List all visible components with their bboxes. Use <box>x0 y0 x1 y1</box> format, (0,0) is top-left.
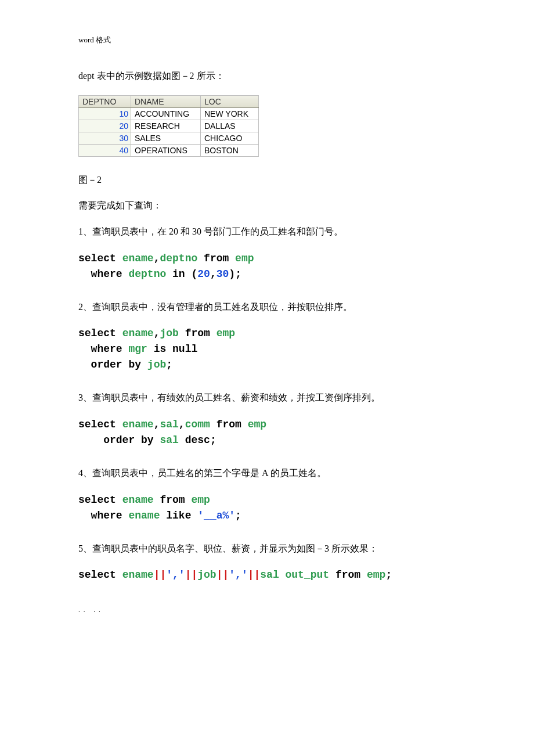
kw-select: select <box>78 419 116 430</box>
lit-20: 20 <box>197 268 210 280</box>
col-job: job <box>160 327 178 339</box>
lit-sep: ',' <box>229 569 247 581</box>
col-deptno: deptno <box>160 253 197 264</box>
cell-loc: CHICAGO <box>201 132 259 144</box>
footer-dots: .. .. <box>78 606 456 613</box>
col-ename: ename <box>122 327 154 339</box>
lparen: ( <box>191 268 197 280</box>
tbl-emp: emp <box>367 569 385 581</box>
op-concat: || <box>154 569 167 581</box>
alias-outptut: out_put <box>286 569 330 581</box>
op-concat: || <box>217 569 229 581</box>
col-header-loc: LOC <box>201 95 259 107</box>
col-sal: sal <box>260 569 279 581</box>
kw-orderby: order by <box>91 359 141 370</box>
col-ename: ename <box>122 569 154 581</box>
dept-table-wrap: DEPTNO DNAME LOC 10 ACCOUNTING NEW YORK … <box>78 95 456 157</box>
op-concat: || <box>185 569 198 581</box>
intro-text: dept 表中的示例数据如图－2 所示： <box>78 69 456 84</box>
kw-where: where <box>91 268 122 280</box>
code-block-2: select ename,job from emp where mgr is n… <box>78 326 456 373</box>
cell-dname: RESEARCH <box>131 120 201 132</box>
code-block-1: select ename,deptno from emp where deptn… <box>78 251 456 282</box>
question-1: 1、查询职员表中，在 20 和 30 号部门工作的员工姓名和部门号。 <box>78 224 456 239</box>
tbl-emp: emp <box>217 327 235 339</box>
semi: ; <box>235 268 241 280</box>
col-header-deptno: DEPTNO <box>79 95 131 107</box>
cell-deptno: 20 <box>79 120 131 132</box>
cell-dname: SALES <box>131 132 201 144</box>
col-mgr: mgr <box>128 343 147 355</box>
lit-pattern: '__a%' <box>197 510 235 521</box>
question-5: 5、查询职员表中的职员名字、职位、薪资，并显示为如图－3 所示效果： <box>78 541 456 556</box>
tbl-emp: emp <box>191 494 210 506</box>
tbl-emp: emp <box>235 253 254 264</box>
kw-from: from <box>217 419 241 430</box>
comma: , <box>179 419 185 430</box>
cell-deptno: 10 <box>79 107 131 120</box>
cell-loc: NEW YORK <box>201 107 259 120</box>
kw-select: select <box>78 327 116 339</box>
code-block-5: select ename||','||job||','||sal out_put… <box>78 567 456 583</box>
col-sal: sal <box>160 434 178 446</box>
kw-from: from <box>185 327 210 339</box>
col-ename: ename <box>122 494 154 506</box>
kw-select: select <box>78 569 116 581</box>
table-row: 30 SALES CHICAGO <box>79 132 259 144</box>
kw-like: like <box>166 510 191 521</box>
question-4: 4、查询职员表中，员工姓名的第三个字母是 A 的员工姓名。 <box>78 466 456 481</box>
semi: ; <box>235 510 241 521</box>
question-3: 3、查询职员表中，有绩效的员工姓名、薪资和绩效，并按工资倒序排列。 <box>78 390 456 405</box>
cell-deptno: 40 <box>79 144 131 156</box>
question-2: 2、查询职员表中，没有管理者的员工姓名及职位，并按职位排序。 <box>78 300 456 315</box>
lit-30: 30 <box>217 268 229 280</box>
rparen: ) <box>229 268 235 280</box>
kw-from: from <box>335 569 360 581</box>
kw-select: select <box>78 253 116 264</box>
col-comm: comm <box>185 419 210 430</box>
kw-where: where <box>91 343 122 355</box>
op-concat: || <box>248 569 261 581</box>
comma: , <box>210 268 217 280</box>
kw-desc: desc <box>185 434 210 446</box>
kw-isnull: is null <box>154 343 198 355</box>
code-block-3: select ename,sal,comm from emp order by … <box>78 417 456 448</box>
table-row: 40 OPERATIONS BOSTON <box>79 144 259 156</box>
kw-in: in <box>172 268 185 280</box>
cell-dname: OPERATIONS <box>131 144 201 156</box>
kw-from: from <box>160 494 185 506</box>
col-ename: ename <box>128 510 160 521</box>
lit-sep: ',' <box>166 569 185 581</box>
dept-table: DEPTNO DNAME LOC 10 ACCOUNTING NEW YORK … <box>78 95 259 157</box>
kw-orderby: order by <box>103 434 153 446</box>
subheading: 需要完成如下查询： <box>78 198 456 213</box>
col-job: job <box>197 569 216 581</box>
comma: , <box>154 253 160 264</box>
kw-select: select <box>78 494 116 506</box>
kw-where: where <box>91 510 122 521</box>
cell-deptno: 30 <box>79 132 131 144</box>
col-deptno: deptno <box>128 268 166 280</box>
kw-from: from <box>204 253 229 264</box>
header-note: word 格式 <box>78 35 456 45</box>
figure-caption: 图－2 <box>78 174 456 186</box>
table-row: 10 ACCOUNTING NEW YORK <box>79 107 259 120</box>
table-header-row: DEPTNO DNAME LOC <box>79 95 259 107</box>
tbl-emp: emp <box>248 419 266 430</box>
comma: , <box>154 327 160 339</box>
cell-loc: BOSTON <box>201 144 259 156</box>
semi: ; <box>166 359 172 370</box>
cell-loc: DALLAS <box>201 120 259 132</box>
semi: ; <box>385 569 392 581</box>
col-sal: sal <box>160 419 178 430</box>
table-row: 20 RESEARCH DALLAS <box>79 120 259 132</box>
col-job: job <box>147 359 166 370</box>
cell-dname: ACCOUNTING <box>131 107 201 120</box>
code-block-4: select ename from emp where ename like '… <box>78 492 456 524</box>
semi: ; <box>210 434 217 446</box>
col-ename: ename <box>122 419 154 430</box>
comma: , <box>154 419 160 430</box>
col-ename: ename <box>122 253 154 264</box>
col-header-dname: DNAME <box>131 95 201 107</box>
